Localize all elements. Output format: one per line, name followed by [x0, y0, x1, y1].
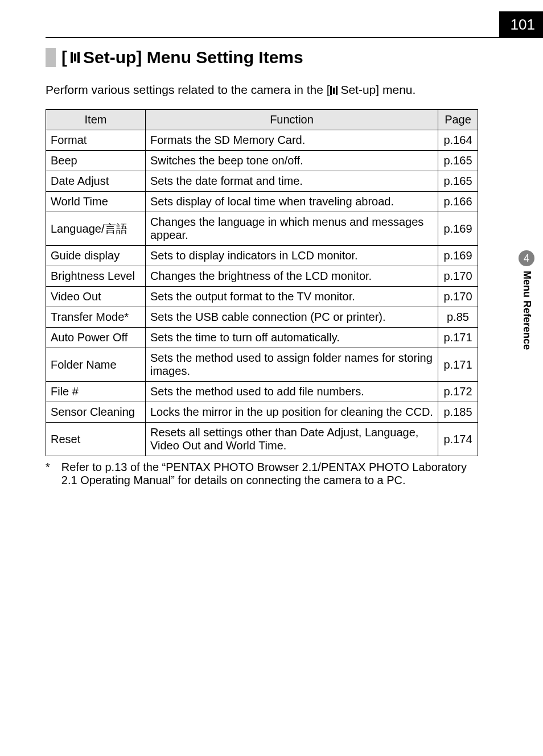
cell-page: p.169 — [438, 212, 478, 246]
table-row: Transfer Mode*Sets the USB cable connect… — [46, 307, 478, 328]
cell-function: Changes the brightness of the LCD monito… — [146, 266, 438, 287]
table-row: Video OutSets the output format to the T… — [46, 287, 478, 307]
cell-item: Date Adjust — [46, 171, 146, 192]
cell-function: Sets the date format and time. — [146, 171, 438, 192]
table-row: Folder NameSets the method used to assig… — [46, 348, 478, 382]
cell-function: Sets the output format to the TV monitor… — [146, 287, 438, 307]
cell-function: Resets all settings other than Date Adju… — [146, 423, 438, 456]
cell-page: p.170 — [438, 287, 478, 307]
table-row: File #Sets the method used to add file n… — [46, 382, 478, 402]
cell-item: Auto Power Off — [46, 328, 146, 348]
cell-page: p.172 — [438, 382, 478, 402]
cell-page: p.164 — [438, 130, 478, 151]
table-row: World TimeSets display of local time whe… — [46, 192, 478, 212]
intro-paragraph: Perform various settings related to the … — [46, 83, 478, 97]
cell-item: Folder Name — [46, 348, 146, 382]
heading: [ Set-up] Menu Setting Items — [61, 48, 478, 67]
cell-function: Formats the SD Memory Card. — [146, 130, 438, 151]
setup-icon — [330, 86, 338, 95]
chapter-label: Menu Reference — [521, 271, 533, 350]
cell-function: Sets the method used to assign folder na… — [146, 348, 438, 382]
cell-item: World Time — [46, 192, 146, 212]
cell-page: p.174 — [438, 423, 478, 456]
cell-function: Locks the mirror in the up position for … — [146, 402, 438, 423]
cell-page: p.165 — [438, 171, 478, 192]
table-row: Sensor CleaningLocks the mirror in the u… — [46, 402, 478, 423]
cell-function: Switches the beep tone on/off. — [146, 151, 438, 171]
footnote: * Refer to p.13 of the “PENTAX PHOTO Bro… — [46, 461, 478, 487]
settings-table: Item Function Page FormatFormats the SD … — [46, 109, 478, 456]
cell-item: Language/言語 — [46, 212, 146, 246]
cell-page: p.85 — [438, 307, 478, 328]
heading-block: [ Set-up] Menu Setting Items — [46, 48, 478, 67]
cell-function: Sets to display indicators in LCD monito… — [146, 246, 438, 266]
side-tab: 4 Menu Reference — [517, 250, 536, 350]
top-rule — [46, 37, 515, 38]
page-number: 101 — [499, 11, 543, 38]
cell-item: Transfer Mode* — [46, 307, 146, 328]
cell-item: Brightness Level — [46, 266, 146, 287]
cell-item: Format — [46, 130, 146, 151]
table-row: Language/言語Changes the language in which… — [46, 212, 478, 246]
cell-page: p.169 — [438, 246, 478, 266]
cell-item: Video Out — [46, 287, 146, 307]
footnote-text: Refer to p.13 of the “PENTAX PHOTO Brows… — [61, 461, 478, 487]
cell-item: Reset — [46, 423, 146, 456]
cell-function: Changes the language in which menus and … — [146, 212, 438, 246]
header-page: Page — [438, 110, 478, 130]
table-row: Auto Power OffSets the time to turn off … — [46, 328, 478, 348]
cell-function: Sets the USB cable connection (PC or pri… — [146, 307, 438, 328]
cell-page: p.165 — [438, 151, 478, 171]
cell-function: Sets display of local time when travelin… — [146, 192, 438, 212]
cell-page: p.166 — [438, 192, 478, 212]
cell-page: p.171 — [438, 348, 478, 382]
table-header-row: Item Function Page — [46, 110, 478, 130]
header-item: Item — [46, 110, 146, 130]
table-row: Date AdjustSets the date format and time… — [46, 171, 478, 192]
cell-item: Guide display — [46, 246, 146, 266]
table-row: FormatFormats the SD Memory Card.p.164 — [46, 130, 478, 151]
cell-page: p.185 — [438, 402, 478, 423]
cell-function: Sets the time to turn off automatically. — [146, 328, 438, 348]
cell-page: p.170 — [438, 266, 478, 287]
table-row: Guide displaySets to display indicators … — [46, 246, 478, 266]
intro-before: Perform various settings related to the … — [46, 83, 330, 96]
cell-function: Sets the method used to add file numbers… — [146, 382, 438, 402]
header-function: Function — [146, 110, 438, 130]
page-content: [ Set-up] Menu Setting Items Perform var… — [46, 46, 478, 487]
cell-item: Sensor Cleaning — [46, 402, 146, 423]
intro-after: Set-up] menu. — [338, 83, 416, 96]
table-row: Brightness LevelChanges the brightness o… — [46, 266, 478, 287]
table-row: ResetResets all settings other than Date… — [46, 423, 478, 456]
heading-text: Set-up] Menu Setting Items — [83, 48, 303, 67]
heading-prefix: [ — [61, 48, 67, 67]
cell-item: File # — [46, 382, 146, 402]
chapter-number: 4 — [519, 250, 534, 266]
cell-page: p.171 — [438, 328, 478, 348]
table-row: BeepSwitches the beep tone on/off.p.165 — [46, 151, 478, 171]
footnote-star: * — [46, 461, 50, 487]
setup-icon — [71, 52, 80, 63]
cell-item: Beep — [46, 151, 146, 171]
